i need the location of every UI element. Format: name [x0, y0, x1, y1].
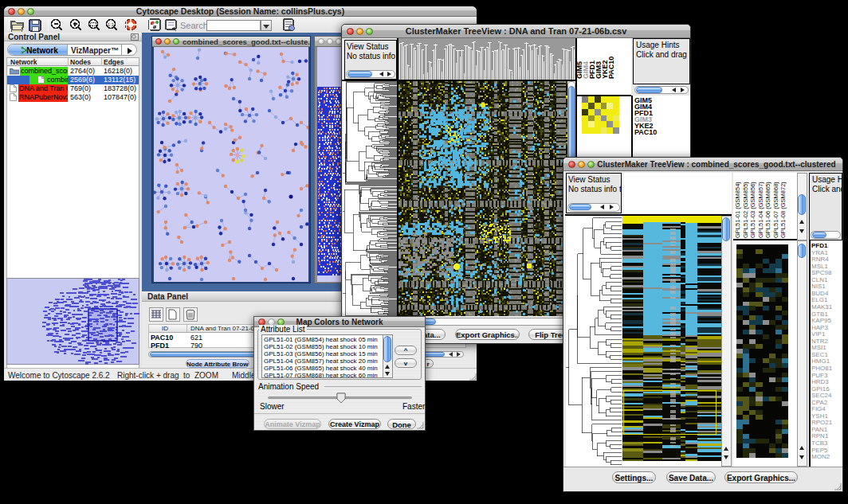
svg-text:1:1: 1:1	[108, 22, 115, 27]
